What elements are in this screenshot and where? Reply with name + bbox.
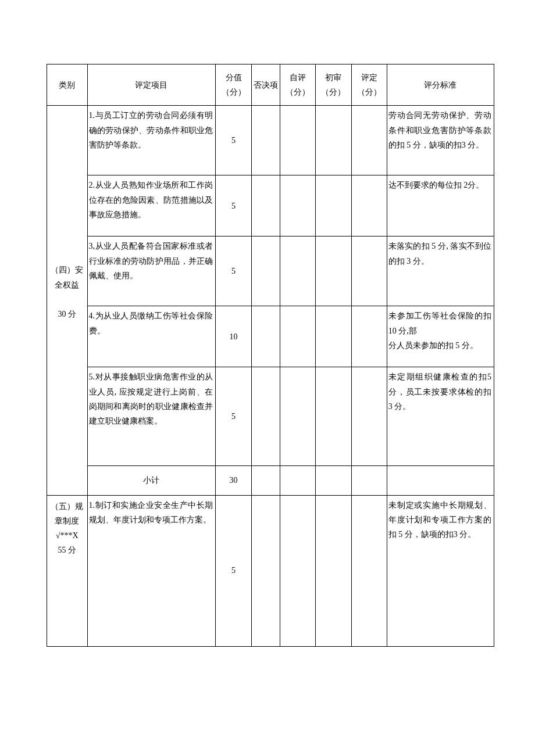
veto-cell (251, 466, 280, 495)
prelim-cell (316, 367, 351, 466)
final-cell (351, 495, 387, 646)
prelim-cell (316, 466, 351, 495)
final-cell (351, 106, 387, 175)
score-cell: 5 (216, 106, 251, 175)
header-final: 评定（分） (351, 65, 387, 106)
prelim-cell (316, 237, 351, 306)
table-row: 2.从业人员熟知作业场所和工作岗位存在的危险因素、防范措施以及事故应急措施。 5… (47, 175, 494, 237)
table-row: 3,从业人员配备符合国家标准或者行业标准的劳动防护用品，并正确佩戴、使用。 5 … (47, 237, 494, 306)
header-standard: 评分标准 (387, 65, 494, 106)
final-cell (351, 175, 387, 237)
category-cell-4: （四）安全权益 30 分 (47, 106, 88, 495)
score-cell: 5 (216, 367, 251, 466)
final-cell (351, 466, 387, 495)
header-score: 分值（分） (216, 65, 251, 106)
prelim-cell (316, 495, 351, 646)
prelim-cell (316, 306, 351, 367)
header-item: 评定项目 (87, 65, 216, 106)
standard-cell: 劳动合同无劳动保护、劳动条件和职业危害防护等条款的扣 5 分，缺项的扣3 分。 (387, 106, 494, 175)
self-cell (280, 367, 315, 466)
score-cell: 5 (216, 175, 251, 237)
item-cell: 3,从业人员配备符合国家标准或者行业标准的劳动防护用品，并正确佩戴、使用。 (87, 237, 216, 306)
prelim-cell (316, 106, 351, 175)
score-cell: 10 (216, 306, 251, 367)
table-row: 4.为从业人员缴纳工伤等社会保险费。 10 未参加工伤等社会保险的扣 10 分,… (47, 306, 494, 367)
veto-cell (251, 306, 280, 367)
veto-cell (251, 495, 280, 646)
header-prelim: 初审（分） (316, 65, 351, 106)
veto-cell (251, 175, 280, 237)
self-cell (280, 466, 315, 495)
subtotal-score: 30 (216, 466, 251, 495)
standard-cell (387, 466, 494, 495)
header-self: 自评（分） (280, 65, 315, 106)
standard-cell: 达不到要求的每位扣 2分。 (387, 175, 494, 237)
category-cell-5: （五）规章制度√***X55 分 (47, 495, 88, 646)
self-cell (280, 106, 315, 175)
veto-cell (251, 367, 280, 466)
final-cell (351, 306, 387, 367)
standard-cell: 未落实的扣 5 分, 落实不到位的扣 3 分。 (387, 237, 494, 306)
veto-cell (251, 237, 280, 306)
standard-cell: 未参加工伤等社会保险的扣 10 分,部分人员未参加的扣 5 分。 (387, 306, 494, 367)
table-row: （五）规章制度√***X55 分 1.制订和实施企业安全生产中长期规划、年度计划… (47, 495, 494, 646)
table-row: 5.对从事接触职业病危害作业的从业人员, 应按规定进行上岗前、在岗期间和离岗时的… (47, 367, 494, 466)
evaluation-table: 类别 评定项目 分值（分） 否决项 自评（分） 初审（分） 评定（分） 评分标准… (47, 64, 494, 647)
final-cell (351, 367, 387, 466)
final-cell (351, 237, 387, 306)
item-cell: 1.与员工订立的劳动合同必须有明确的劳动保护、劳动条件和职业危害防护等条款。 (87, 106, 216, 175)
subtotal-row: 小计 30 (47, 466, 494, 495)
item-cell: 5.对从事接触职业病危害作业的从业人员, 应按规定进行上岗前、在岗期间和离岗时的… (87, 367, 216, 466)
self-cell (280, 237, 315, 306)
item-cell: 4.为从业人员缴纳工伤等社会保险费。 (87, 306, 216, 367)
score-cell: 5 (216, 237, 251, 306)
item-cell: 1.制订和实施企业安全生产中长期规划、年度计划和专项工作方案。 (87, 495, 216, 646)
prelim-cell (316, 175, 351, 237)
header-category: 类别 (47, 65, 88, 106)
veto-cell (251, 106, 280, 175)
self-cell (280, 495, 315, 646)
self-cell (280, 306, 315, 367)
standard-cell: 未制定或实施中长期规划、年度计划和专项工作方案的扣 5 分，缺项的扣3 分。 (387, 495, 494, 646)
table-header-row: 类别 评定项目 分值（分） 否决项 自评（分） 初审（分） 评定（分） 评分标准 (47, 65, 494, 106)
item-cell: 2.从业人员熟知作业场所和工作岗位存在的危险因素、防范措施以及事故应急措施。 (87, 175, 216, 237)
score-cell: 5 (216, 495, 251, 646)
subtotal-label: 小计 (87, 466, 216, 495)
table-row: （四）安全权益 30 分 1.与员工订立的劳动合同必须有明确的劳动保护、劳动条件… (47, 106, 494, 175)
self-cell (280, 175, 315, 237)
header-veto: 否决项 (251, 65, 280, 106)
standard-cell: 未定期组织健康检查的扣5 分，员工未按要求体检的扣 3 分。 (387, 367, 494, 466)
